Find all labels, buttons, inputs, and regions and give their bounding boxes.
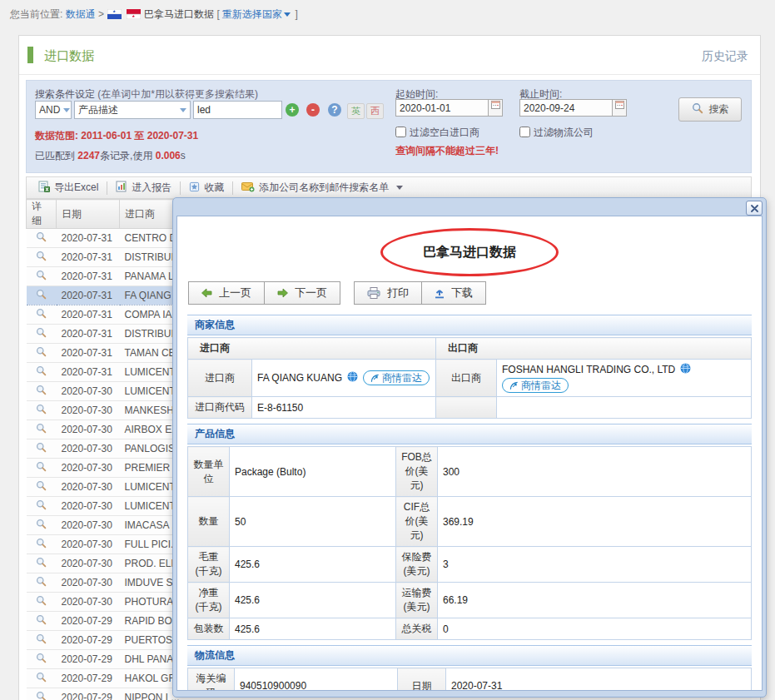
row-detail-search-icon[interactable]	[36, 538, 47, 551]
row-detail-cell	[27, 478, 57, 497]
row-detail-search-icon[interactable]	[36, 595, 47, 608]
calendar-icon[interactable]	[489, 99, 503, 117]
matched-count: 2247	[77, 150, 100, 161]
filter-logistics-checkbox[interactable]: 过滤物流公司	[519, 126, 594, 140]
logistics-table-body: 海关编码940510900090日期2020-07-31原产国CHINA抵达港P…	[188, 668, 752, 692]
field-label: 包装数	[188, 618, 230, 640]
row-detail-search-icon[interactable]	[36, 614, 47, 628]
help-icon[interactable]: ?	[328, 103, 341, 117]
page-title: 进口数据	[44, 48, 94, 64]
row-date: 2020-07-29	[57, 612, 120, 631]
row-detail-cell	[27, 344, 57, 363]
row-detail-search-icon[interactable]	[36, 442, 47, 455]
history-link[interactable]: 历史记录	[702, 49, 748, 64]
row-detail-search-icon[interactable]	[36, 519, 47, 532]
row-detail-search-icon[interactable]	[36, 251, 47, 264]
row-date: 2020-07-30	[57, 593, 120, 612]
row-detail-cell	[27, 593, 57, 612]
row-detail-search-icon[interactable]	[36, 346, 47, 360]
start-date-input[interactable]	[395, 99, 489, 117]
row-detail-search-icon[interactable]	[36, 385, 47, 398]
search-hint: (在单词中加*用以获得更多搜索结果)	[97, 88, 258, 100]
row-detail-search-icon[interactable]	[36, 308, 47, 321]
download-button[interactable]: 下载	[421, 281, 486, 305]
row-detail-cell	[27, 248, 57, 267]
detail-row: 数量单位Package (Bulto)FOB总价(美元)300	[188, 447, 752, 497]
close-button[interactable]	[746, 201, 763, 216]
row-detail-cell	[27, 267, 57, 286]
exporter-radar-button[interactable]: 商情雷达	[502, 378, 569, 393]
row-detail-search-icon[interactable]	[36, 653, 47, 666]
next-page-button[interactable]: 下一页	[264, 281, 340, 305]
panel-header: 进口数据 历史记录	[19, 36, 760, 75]
product-section: 产品信息 数量单位Package (Bulto)FOB总价(美元)300数量50…	[187, 424, 752, 640]
row-detail-search-icon[interactable]	[36, 576, 47, 589]
lang-spanish-button[interactable]: 西	[366, 103, 384, 119]
keyword-input[interactable]	[193, 101, 282, 119]
globe-icon[interactable]	[347, 371, 358, 385]
calendar-icon[interactable]	[613, 99, 627, 117]
excel-icon	[38, 181, 50, 195]
export-excel-button[interactable]: 导出Excel	[32, 181, 105, 195]
row-detail-search-icon[interactable]	[36, 365, 47, 379]
empty-value-cell	[497, 397, 752, 419]
lang-english-button[interactable]: 英	[347, 103, 365, 119]
row-detail-cell	[27, 612, 57, 631]
globe-icon[interactable]	[680, 363, 691, 376]
row-detail-search-icon[interactable]	[36, 270, 47, 283]
end-date-wrap	[519, 99, 627, 117]
radar-icon	[509, 381, 519, 390]
prev-page-button[interactable]: 上一页	[188, 281, 265, 305]
field-label: 海关编码	[188, 668, 235, 692]
remove-condition-icon[interactable]: -	[306, 103, 320, 117]
row-detail-search-icon[interactable]	[36, 499, 47, 513]
boolean-operator-select[interactable]: AND	[35, 101, 72, 119]
search-button[interactable]: 搜索	[678, 97, 742, 122]
detail-row: 净重(千克)425.6运输费(美元)66.19	[188, 583, 752, 618]
col-header-date[interactable]: 日期	[57, 200, 120, 229]
detail-row: 海关编码940510900090日期2020-07-31	[188, 668, 752, 692]
row-date: 2020-07-30	[57, 516, 120, 535]
row-detail-search-icon[interactable]	[36, 231, 47, 245]
filter-blank-importer-checkbox[interactable]: 过滤空白进口商	[395, 126, 479, 140]
row-detail-search-icon[interactable]	[36, 461, 47, 474]
row-detail-search-icon[interactable]	[36, 557, 47, 570]
page: 您当前位置: 数据通 > 巴拿马进口数据 [ 重新选择国家 ] 进口数据 历史记…	[0, 0, 775, 700]
print-button[interactable]: 打印	[354, 281, 422, 305]
row-detail-cell	[27, 305, 57, 325]
chevron-down-icon	[180, 108, 186, 112]
row-detail-cell	[27, 516, 57, 535]
search-field-select[interactable]: 产品描述	[74, 101, 191, 119]
row-detail-search-icon[interactable]	[36, 633, 47, 647]
close-icon	[751, 205, 758, 212]
add-company-to-mail-list-button[interactable]: 添加公司名称到邮件搜索名单	[235, 181, 410, 195]
row-date: 2020-07-31	[57, 344, 120, 363]
row-detail-cell	[27, 669, 57, 688]
row-detail-search-icon[interactable]	[36, 423, 47, 436]
row-detail-cell	[27, 401, 57, 420]
favorite-button[interactable]: 收藏	[182, 181, 231, 195]
dialog-titlebar[interactable]	[173, 198, 766, 216]
end-date-input[interactable]	[519, 99, 613, 117]
field-value: 425.6	[230, 618, 396, 640]
row-date: 2020-07-29	[57, 631, 120, 650]
field-label: 数量单位	[188, 447, 230, 497]
add-condition-icon[interactable]: +	[286, 103, 299, 117]
row-date: 2020-07-29	[57, 650, 120, 669]
toolbar-divider	[180, 181, 181, 195]
row-detail-search-icon[interactable]	[36, 691, 47, 700]
row-detail-search-icon[interactable]	[36, 672, 47, 685]
breadcrumb-home-link[interactable]: 数据通	[66, 8, 96, 20]
mail-icon	[241, 181, 255, 195]
row-detail-search-icon[interactable]	[36, 327, 47, 340]
importer-value-cell: FA QIANG KUANG 商情雷达	[252, 360, 436, 397]
row-detail-search-icon[interactable]	[36, 289, 47, 302]
reselect-country-link[interactable]: 重新选择国家	[222, 8, 282, 20]
enter-report-button[interactable]: 进入报告	[109, 181, 178, 195]
importer-radar-button[interactable]: 商情雷达	[363, 370, 430, 385]
row-detail-search-icon[interactable]	[36, 480, 47, 494]
row-date: 2020-07-31	[57, 286, 120, 305]
matched-records-note: 已匹配到 2247条记录,使用 0.006s	[35, 149, 186, 163]
row-detail-search-icon[interactable]	[36, 404, 47, 417]
field-label: 运输费(美元)	[396, 583, 438, 618]
